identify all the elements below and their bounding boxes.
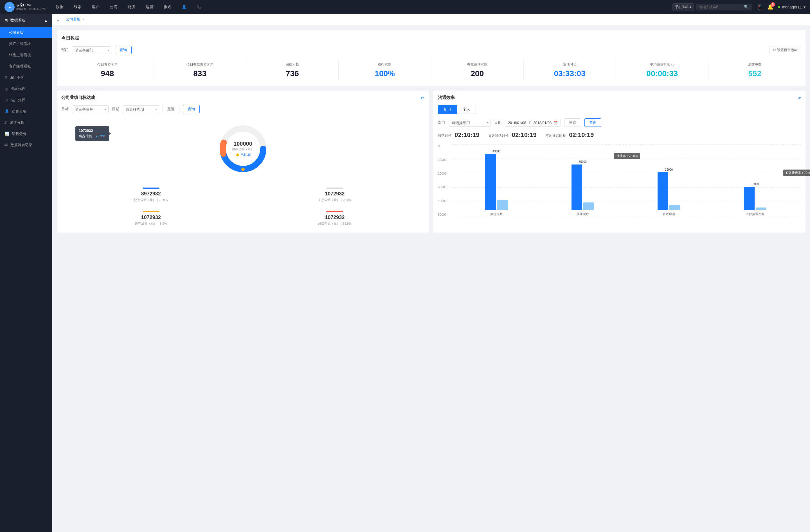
channel-icon: ⑀ bbox=[4, 120, 7, 124]
nav-enrollment[interactable]: 报名 bbox=[161, 3, 174, 11]
efficiency-tabs: 部门 个人 bbox=[438, 105, 801, 114]
bar-xlabel-effective: 有效通话 bbox=[663, 212, 675, 216]
eff-date-label: 日期 bbox=[494, 120, 501, 125]
top-navigation: ☁ 云朵CRM 教育机构一站式服务云平台 数据 线索 客户 公海 财务 运营 报… bbox=[0, 0, 810, 14]
promo-icon: ⬡ bbox=[4, 98, 7, 102]
tab-company-board[interactable]: 公司看板 ✕ bbox=[62, 14, 88, 25]
search-button[interactable]: 🔍 bbox=[744, 5, 749, 9]
bar-label-29000: 29000 bbox=[665, 168, 673, 171]
date-start: 2018/01/08 bbox=[508, 121, 526, 125]
dept-select[interactable]: 请选择部门 bbox=[72, 46, 111, 54]
bar-effective-main bbox=[658, 172, 668, 210]
bar-group-effective: 29000 有效通话 bbox=[629, 144, 709, 216]
tab-label: 公司看板 bbox=[66, 17, 80, 22]
settings-icon: ⚙ bbox=[773, 48, 776, 52]
date-range-picker[interactable]: 2018/01/08 至 2018/01/08 📅 bbox=[505, 119, 561, 127]
period-select-wrapper: 请选择周期 ▾ bbox=[123, 105, 159, 113]
logo-text: 云朵CRM 教育机构一站式服务云平台 bbox=[16, 3, 47, 11]
period-select[interactable]: 请选择周期 bbox=[123, 105, 159, 113]
donut-stat-overachieved: 1072932 超额完成（元）｜89.9% bbox=[245, 209, 425, 228]
sidebar-item-company-board[interactable]: 公司看板 bbox=[0, 27, 52, 38]
funnel-icon: ▽ bbox=[4, 76, 7, 80]
company-target-header: 公司业绩目标达成 ⟳ bbox=[61, 95, 424, 100]
bar-group-dial: 43000 拨打次数 bbox=[456, 144, 537, 216]
nav-leads[interactable]: 线索 bbox=[71, 3, 84, 11]
nav-person-icon[interactable]: 👤 bbox=[179, 3, 189, 11]
time-stat-total: 通话时长 02:10:19 bbox=[438, 131, 482, 139]
sidebar-item-sales-board[interactable]: 销售主管看板 bbox=[0, 49, 52, 61]
time-stats: 通话时长 02:10:19 有效通话时长 02:10:19 平均通话时长 02:… bbox=[438, 131, 801, 139]
nav-customers[interactable]: 客户 bbox=[90, 3, 102, 11]
notification-icon[interactable]: 🔔 5 bbox=[767, 4, 774, 10]
efficiency-filter: 部门 请选择部门 ▾ 日期 2018/01/08 至 2018/01/08 bbox=[438, 118, 801, 127]
logo: ☁ 云朵CRM 教育机构一站式服务云平台 bbox=[4, 2, 47, 12]
eff-dept-label: 部门 bbox=[438, 120, 445, 125]
bar-group-effective-connected: 有效接通率：70.9% 18000 有效接通次数 bbox=[715, 144, 796, 216]
calendar-icon: 📅 bbox=[553, 121, 558, 125]
query-target-button[interactable]: 查询 bbox=[183, 105, 200, 113]
sidebar-item-sales-analysis[interactable]: 📊 销售分析 bbox=[0, 128, 52, 139]
sidebar-item-visitor[interactable]: 👤 访客分析 bbox=[0, 106, 52, 117]
annotation-effective-rate: 有效接通率：70.9% bbox=[783, 169, 810, 176]
today-query-button[interactable]: 查询 bbox=[115, 46, 132, 54]
sidebar-item-customer-board[interactable]: 客户经理看板 bbox=[0, 61, 52, 72]
efficiency-panel: 沟通效率 ⟳ 部门 个人 部门 请选择部门 ▾ bbox=[433, 90, 806, 233]
bar-label-18000: 18000 bbox=[751, 182, 759, 186]
collapse-icon: ▲ bbox=[44, 18, 48, 23]
sidebar-item-cost[interactable]: ◎ 成本分析 bbox=[0, 83, 52, 95]
refresh-target-icon[interactable]: ⟳ bbox=[421, 96, 424, 100]
should-complete-bar-indicator bbox=[143, 211, 160, 212]
bar-label-35000: 35000 bbox=[579, 160, 587, 163]
search-type-selector[interactable]: 手机号码 ▾ bbox=[673, 3, 694, 11]
stat-avg-call-duration: 平均通话时长 ⓘ 00:00:33 bbox=[616, 60, 709, 80]
target-select[interactable]: 请选择目标 bbox=[72, 105, 109, 113]
query-efficiency-button[interactable]: 查询 bbox=[584, 118, 601, 127]
reset-efficiency-button[interactable]: 重置 bbox=[564, 118, 581, 127]
stat-effective-consult: 今日有效首咨客户 833 bbox=[154, 60, 246, 80]
eff-dept-select[interactable]: 请选择部门 bbox=[449, 119, 491, 127]
bar-xlabel-eff-connected: 有效接通次数 bbox=[746, 212, 764, 216]
donut-stat-completed: 8972932 已完成量（元）｜70.9% bbox=[61, 185, 241, 204]
user-info[interactable]: manager11 ▾ bbox=[778, 5, 806, 9]
username: manager11 bbox=[782, 5, 802, 9]
stat-revisit-count: 回访人数 736 bbox=[246, 60, 339, 80]
sidebar-item-funnel[interactable]: ▽ 漏斗分析 bbox=[0, 72, 52, 83]
settings-button[interactable]: ⚙ 设置显示指标 bbox=[769, 46, 801, 54]
nav-operations[interactable]: 运营 bbox=[143, 3, 156, 11]
logo-icon: ☁ bbox=[4, 2, 15, 12]
tooltip-arrow bbox=[109, 132, 111, 135]
nav-phone-icon[interactable]: 📞 bbox=[194, 3, 204, 11]
bottom-panels: 公司业绩目标达成 ⟳ 目标 请选择目标 ▾ 周期 bbox=[57, 90, 806, 233]
reset-target-button[interactable]: 重置 bbox=[163, 105, 179, 113]
nav-public-sea[interactable]: 公海 bbox=[108, 3, 120, 11]
refresh-efficiency-icon[interactable]: ⟳ bbox=[798, 96, 801, 100]
y-axis: 50000 40000 30000 20000 10000 0 bbox=[438, 144, 451, 223]
bar-chart: 50000 40000 30000 20000 10000 0 bbox=[438, 144, 801, 223]
donut-center-text: 100000 目标总量（元） 👍 已达成 bbox=[232, 140, 254, 157]
dept-select-wrapper: 请选择部门 ▾ bbox=[72, 46, 111, 54]
company-target-panel: 公司业绩目标达成 ⟳ 目标 请选择目标 ▾ 周期 bbox=[57, 90, 429, 233]
online-indicator bbox=[778, 6, 780, 8]
sidebar-item-channel[interactable]: ⑀ 渠道分析 bbox=[0, 117, 52, 128]
stat-call-duration: 通话时长 03:33:03 bbox=[524, 60, 616, 80]
chart-body: 43000 拨打次数 接通率 bbox=[451, 144, 801, 223]
donut-stats: 8972932 已完成量（元）｜70.9% 1072932 未完成量（元）｜20… bbox=[61, 185, 424, 228]
stat-first-consult: 今日首咨客户 948 bbox=[61, 60, 154, 80]
nav-data[interactable]: 数据 bbox=[53, 3, 66, 11]
sidebar-item-promo-analysis[interactable]: ⬡ 推广分析 bbox=[0, 95, 52, 106]
bar-group-connected: 接通率：70.9% 35000 接通次数 bbox=[542, 144, 623, 216]
target-select-wrapper: 请选择目标 ▾ bbox=[72, 105, 109, 113]
sidebar-item-data-flow[interactable]: ⛁ 数据流转记录 bbox=[0, 139, 52, 151]
mobile-icon[interactable]: 📱 bbox=[757, 4, 763, 10]
eff-tab-dept[interactable]: 部门 bbox=[438, 105, 457, 114]
stat-effective-calls: 有效通话次数 200 bbox=[431, 60, 524, 80]
sidebar-section-header[interactable]: ⊞ 数据看板 ▲ bbox=[0, 14, 52, 27]
tab-close-icon[interactable]: ✕ bbox=[82, 18, 84, 21]
tab-toggle-icon[interactable]: ≡ bbox=[57, 17, 59, 22]
nav-finance[interactable]: 财务 bbox=[126, 3, 138, 11]
cost-icon: ◎ bbox=[4, 87, 7, 91]
eff-tab-personal[interactable]: 个人 bbox=[457, 105, 476, 114]
bar-eff-connected-main bbox=[744, 187, 755, 210]
sidebar-item-promo-board[interactable]: 推广主管看板 bbox=[0, 38, 52, 49]
bar-dial-main bbox=[485, 154, 496, 210]
